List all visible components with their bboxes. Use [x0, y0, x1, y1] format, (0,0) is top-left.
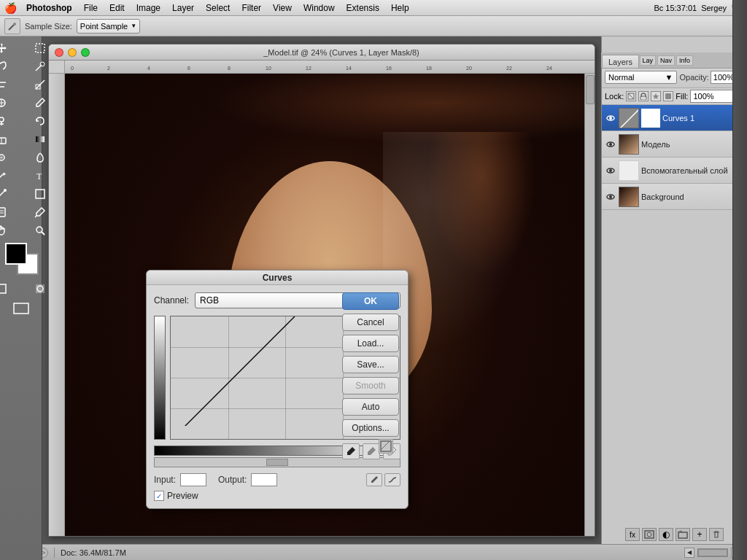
add-adjustment-layer-button[interactable]: ◐ — [659, 528, 673, 541]
blur-tool[interactable] — [0, 149, 20, 166]
crop-tool[interactable] — [0, 76, 20, 93]
load-button[interactable]: Load... — [342, 335, 399, 352]
layer-item-aux[interactable]: Вспомогательный слой — [602, 158, 747, 184]
menu-filter[interactable]: Filter — [236, 0, 267, 16]
menu-select[interactable]: Select — [200, 0, 236, 16]
fill-input[interactable]: 100% — [690, 90, 736, 103]
cancel-button[interactable]: Cancel — [342, 314, 399, 331]
curve-pencil-button[interactable] — [366, 473, 382, 486]
svg-text:18: 18 — [426, 66, 432, 71]
user-display: Sergey — [701, 4, 727, 12]
layer-item-model[interactable]: Модель — [602, 131, 747, 158]
midtone-eyedropper-button[interactable] — [363, 443, 380, 459]
horizontal-scrollbar[interactable] — [697, 548, 728, 557]
layer-visibility-background[interactable] — [605, 191, 616, 203]
sample-size-select[interactable]: Point Sample ▼ — [77, 19, 140, 34]
eyedropper-tool[interactable] — [21, 203, 59, 221]
quick-mask-mode[interactable] — [21, 280, 59, 298]
panel-navigator-tab[interactable]: Nav — [657, 55, 675, 66]
lock-transparent-pixels-button[interactable] — [626, 91, 636, 101]
apple-menu[interactable]: 🍎 — [0, 0, 20, 16]
history-brush-tool[interactable] — [21, 112, 59, 130]
brush-tool[interactable] — [21, 94, 59, 112]
smooth-button[interactable]: Smooth — [342, 377, 399, 394]
scroll-left-button[interactable]: ◀ — [684, 548, 694, 558]
svg-line-58 — [171, 316, 295, 426]
svg-rect-24 — [0, 284, 6, 293]
layer-item-curves1[interactable]: Curves 1 — [602, 105, 747, 131]
foreground-color[interactable] — [5, 243, 27, 265]
type-tool[interactable]: T — [21, 167, 59, 184]
document-size: Doc: 36.4M/81.7M — [61, 548, 126, 557]
dock — [732, 0, 747, 560]
new-group-button[interactable] — [676, 528, 690, 541]
notes-tool[interactable] — [0, 203, 20, 221]
dodge-tool[interactable] — [21, 149, 59, 166]
layer-visibility-model[interactable] — [605, 139, 616, 150]
quick-mask-standard-mode[interactable] — [0, 280, 20, 298]
slice-tool[interactable] — [21, 76, 59, 93]
curves-vertical-gradient — [154, 316, 166, 440]
magic-wand-tool[interactable] — [21, 58, 59, 75]
layer-visibility-curves1[interactable] — [605, 112, 616, 124]
lock-all-button[interactable] — [663, 91, 673, 101]
panel-layer-comps-tab[interactable]: Lay — [640, 55, 657, 66]
add-layer-style-button[interactable]: fx — [625, 528, 640, 541]
input-output-row: Input: Output: — [154, 473, 400, 486]
zoom-tool[interactable] — [21, 222, 59, 239]
options-button[interactable]: Options... — [342, 419, 399, 437]
add-layer-mask-button[interactable] — [642, 528, 657, 541]
layer-thumbnail-background — [619, 187, 639, 207]
lock-position-button[interactable] — [651, 91, 661, 101]
canvas-vertical-scrollbar[interactable] — [584, 74, 595, 536]
menu-photoshop[interactable]: Photoshop — [20, 0, 78, 16]
menu-extensis[interactable]: Extensis — [341, 0, 385, 16]
eraser-tool[interactable] — [0, 131, 20, 148]
menu-window[interactable]: Window — [298, 0, 341, 16]
auto-button[interactable]: Auto — [342, 398, 399, 416]
preview-row: ✓ Preview — [154, 491, 400, 501]
layer-thumbnail-aux — [619, 160, 639, 181]
panel-info-tab[interactable]: Info — [676, 55, 693, 66]
output-value[interactable] — [251, 473, 277, 486]
black-point-eyedropper-button[interactable] — [342, 443, 360, 459]
curve-smooth-button[interactable] — [384, 473, 400, 486]
new-layer-button[interactable]: + — [692, 528, 707, 541]
tab-layers[interactable]: Layers — [602, 55, 639, 68]
svg-point-9 — [0, 117, 4, 122]
svg-text:T: T — [36, 171, 42, 182]
curves-dialog-bottom-icon[interactable] — [379, 439, 393, 454]
shape-tool[interactable] — [21, 185, 59, 203]
pen-tool[interactable] — [0, 167, 20, 184]
menu-view[interactable]: View — [267, 0, 298, 16]
input-value[interactable] — [180, 473, 206, 486]
window-minimize-button[interactable] — [68, 48, 77, 57]
layer-visibility-aux[interactable] — [605, 165, 616, 176]
blend-mode-select[interactable]: Normal ▼ — [605, 71, 677, 84]
svg-rect-45 — [665, 93, 671, 99]
layer-name-model: Модель — [641, 140, 744, 149]
save-button[interactable]: Save... — [342, 356, 399, 373]
menu-help[interactable]: Help — [385, 0, 415, 16]
lock-image-pixels-button[interactable] — [638, 91, 649, 101]
preview-checkbox[interactable]: ✓ — [154, 491, 164, 501]
menu-image[interactable]: Image — [131, 0, 166, 16]
healing-brush-tool[interactable] — [0, 94, 20, 112]
window-maximize-button[interactable] — [81, 48, 90, 57]
path-select-tool[interactable] — [0, 185, 20, 203]
gradient-tool[interactable] — [21, 131, 59, 148]
menu-layer[interactable]: Layer — [166, 0, 200, 16]
lasso-tool[interactable] — [0, 58, 20, 75]
menu-file[interactable]: File — [78, 0, 104, 16]
delete-layer-button[interactable] — [709, 528, 724, 541]
hand-tool[interactable] — [0, 222, 20, 239]
ok-button[interactable]: OK — [342, 292, 399, 310]
menu-edit[interactable]: Edit — [104, 0, 131, 16]
screen-mode-standard[interactable] — [2, 300, 40, 317]
layer-item-background[interactable]: Background 🔒 — [602, 184, 747, 210]
move-tool[interactable] — [0, 39, 20, 57]
clone-stamp-tool[interactable] — [0, 112, 20, 130]
fill-label: Fill: — [676, 92, 688, 101]
svg-point-54 — [609, 195, 612, 198]
marquee-tool[interactable] — [21, 39, 59, 57]
